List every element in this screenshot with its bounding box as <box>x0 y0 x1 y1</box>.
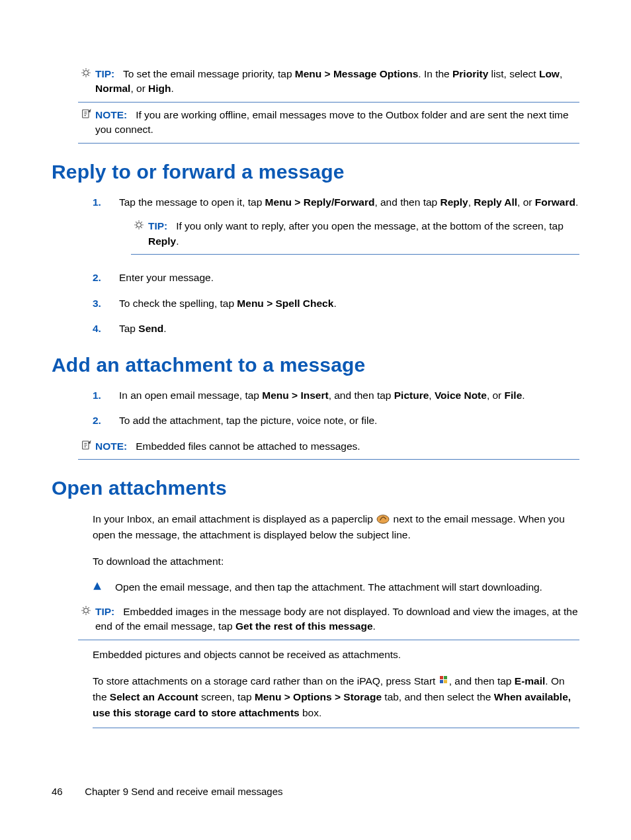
step-1: 1. Tap the message to open it, tap Menu … <box>93 195 579 260</box>
step-2: 2. To add the attachment, tap the pictur… <box>93 413 579 428</box>
tip-text: TIP: Embedded images in the message body… <box>94 605 579 634</box>
heading-reply-forward: Reply to or forward a message <box>52 161 579 183</box>
step-number: 4. <box>93 321 119 336</box>
bullet-item: Open the email message, and then tap the… <box>93 580 579 595</box>
svg-line-35 <box>88 607 89 608</box>
step-1: 1. In an open email message, tap Menu > … <box>93 388 579 403</box>
chapter-title: Chapter 9 Send and receive email message… <box>85 786 282 797</box>
tip-icon <box>131 219 147 230</box>
svg-rect-37 <box>444 676 447 679</box>
step-text: To check the spelling, tap Menu > Spell … <box>119 296 579 311</box>
page: TIP: To set the email message priority, … <box>0 0 631 840</box>
page-number: 46 <box>52 786 82 797</box>
svg-line-7 <box>83 75 83 75</box>
svg-line-19 <box>141 228 142 228</box>
svg-line-20 <box>136 228 136 228</box>
section3-body: In your Inbox, an email attachment is di… <box>52 511 579 728</box>
step-3: 3. To check the spelling, tap Menu > Spe… <box>93 296 579 311</box>
svg-rect-36 <box>440 676 443 679</box>
svg-line-33 <box>88 612 89 613</box>
heading-open-attachments: Open attachments <box>52 477 579 499</box>
start-flag-icon <box>439 675 449 687</box>
section1-body: 1. Tap the message to open it, tap Menu … <box>52 195 579 337</box>
section2-body: 1. In an open email message, tap Menu > … <box>52 388 579 460</box>
note-icon <box>78 108 94 119</box>
paragraph: To download the attachment: <box>93 554 579 569</box>
tip-callout: TIP: To set the email message priority, … <box>78 67 579 103</box>
steps-list: 1. In an open email message, tap Menu > … <box>93 388 579 429</box>
svg-line-21 <box>141 222 142 223</box>
tip-label: TIP: <box>95 68 114 79</box>
triangle-bullet-icon <box>93 580 115 591</box>
svg-rect-39 <box>444 680 447 683</box>
paragraph: In your Inbox, an email attachment is di… <box>93 511 579 543</box>
step-number: 2. <box>93 413 119 428</box>
step-4: 4. Tap Send. <box>93 321 579 336</box>
step-text: In an open email message, tap Menu > Ins… <box>119 388 579 403</box>
tip-icon <box>78 67 94 78</box>
svg-point-27 <box>84 608 89 612</box>
note-label: NOTE: <box>95 109 127 120</box>
svg-line-6 <box>88 75 89 75</box>
step-number: 2. <box>93 271 119 285</box>
paperclip-icon <box>376 513 390 525</box>
step-text: Tap Send. <box>119 321 579 336</box>
heading-add-attachment: Add an attachment to a message <box>52 354 579 376</box>
step-2: 2. Enter your message. <box>93 271 579 285</box>
tip-icon <box>78 605 94 616</box>
svg-line-18 <box>136 222 136 223</box>
paragraph: To store attachments on a storage card r… <box>93 673 579 728</box>
svg-line-34 <box>83 612 83 613</box>
svg-point-0 <box>84 71 89 75</box>
note-callout: NOTE: Embedded files cannot be attached … <box>78 439 579 460</box>
steps-list: 1. Tap the message to open it, tap Menu … <box>93 195 579 337</box>
step-text: To add the attachment, tap the picture, … <box>119 413 579 428</box>
content-area: TIP: To set the email message priority, … <box>52 67 579 144</box>
page-footer: 46 Chapter 9 Send and receive email mess… <box>52 786 283 797</box>
step-text: Enter your message. <box>119 271 579 285</box>
svg-line-5 <box>83 69 83 70</box>
step-number: 3. <box>93 296 119 311</box>
tip-text: TIP: If you only want to reply, after yo… <box>147 219 579 249</box>
paragraph: Embedded pictures and objects cannot be … <box>93 647 579 663</box>
svg-point-26 <box>377 515 389 524</box>
step-number: 1. <box>93 195 119 210</box>
note-icon <box>78 439 94 450</box>
svg-line-8 <box>88 69 89 70</box>
nested-tip: TIP: If you only want to reply, after yo… <box>131 219 579 255</box>
bullet-text: Open the email message, and then tap the… <box>115 580 579 595</box>
svg-point-13 <box>137 223 142 228</box>
note-text: NOTE: If you are working offline, email … <box>94 108 579 138</box>
svg-line-32 <box>83 607 83 608</box>
note-text: NOTE: Embedded files cannot be attached … <box>94 439 579 454</box>
svg-rect-38 <box>440 680 443 683</box>
step-number: 1. <box>93 388 119 403</box>
note-callout: NOTE: If you are working offline, email … <box>78 108 579 144</box>
tip-text: TIP: To set the email message priority, … <box>94 67 579 97</box>
tip-callout: TIP: Embedded images in the message body… <box>78 605 579 640</box>
step-text: Tap the message to open it, tap Menu > R… <box>119 195 579 260</box>
